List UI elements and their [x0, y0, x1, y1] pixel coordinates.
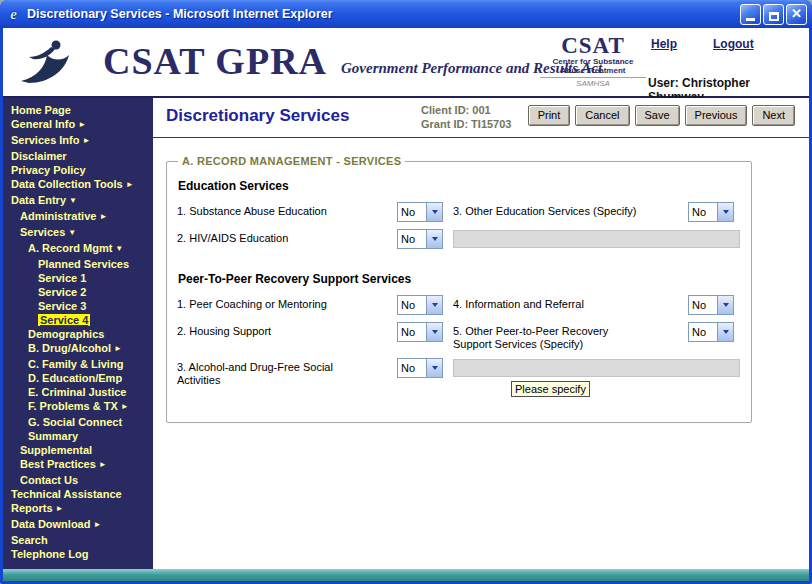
select-value: No — [398, 230, 426, 248]
chevron-right-icon: ► — [99, 212, 107, 221]
sidebar-item-privacy-policy[interactable]: Privacy Policy — [3, 163, 153, 177]
next-button[interactable]: Next — [752, 105, 795, 126]
sidebar-item-label: Services — [20, 226, 65, 238]
csat-seal-sub1: Center for Substance — [540, 57, 646, 66]
chevron-right-icon: ► — [82, 136, 90, 145]
sidebar-item-label: Best Practices — [20, 458, 96, 470]
save-button[interactable]: Save — [635, 105, 680, 126]
other-peer-services-select[interactable]: No — [688, 322, 734, 342]
sidebar-item-e-criminal-justice[interactable]: E. Criminal Justice — [3, 385, 153, 399]
sidebar-item-d-education-emp[interactable]: D. Education/Emp — [3, 371, 153, 385]
sidebar-item-service-2[interactable]: Service 2 — [3, 285, 153, 299]
substance-abuse-education-select[interactable]: No — [397, 202, 443, 222]
sidebar-item-label: F. Problems & TX — [28, 400, 118, 412]
sidebar-item-general-info[interactable]: General Info► — [3, 117, 153, 133]
header-links: Help Logout — [651, 37, 754, 51]
social-activities-label: 3. Alcohol-and Drug-Free Social Activiti… — [177, 358, 349, 387]
sidebar-item-label: Search — [11, 534, 48, 546]
cancel-button[interactable]: Cancel — [575, 105, 629, 126]
sidebar-item-demographics[interactable]: Demographics — [3, 327, 153, 341]
information-referral-select[interactable]: No — [688, 295, 734, 315]
sidebar-item-services[interactable]: Services▼ — [3, 225, 153, 241]
sidebar-item-supplemental[interactable]: Supplemental — [3, 443, 153, 457]
sidebar-item-search[interactable]: Search — [3, 533, 153, 547]
education-row-2: 2. HIV/AIDS Education No — [177, 229, 741, 249]
sidebar-item-data-collection-tools[interactable]: Data Collection Tools► — [3, 177, 153, 193]
sidebar-item-label: Telephone Log — [11, 548, 88, 560]
sidebar-item-label: C. Family & Living — [28, 358, 123, 370]
housing-support-select[interactable]: No — [397, 322, 443, 342]
form-area: A. RECORD MANAGEMENT - SERVICES Educatio… — [153, 138, 809, 423]
chevron-down-icon: ▼ — [115, 244, 123, 253]
sidebar-item-label: Technical Assistance — [11, 488, 122, 500]
close-button[interactable]: ✕ — [786, 4, 807, 25]
sidebar-item-b-drug-alcohol[interactable]: B. Drug/Alcohol► — [3, 341, 153, 357]
sidebar-item-service-4[interactable]: Service 4 — [3, 313, 153, 327]
substance-abuse-education-label: 1. Substance Abuse Education — [177, 202, 397, 218]
sidebar-item-f-problems-tx[interactable]: F. Problems & TX► — [3, 399, 153, 415]
sidebar-nav: Home PageGeneral Info►Services Info►Disc… — [3, 98, 153, 569]
help-link[interactable]: Help — [651, 37, 677, 51]
sidebar-item-label: General Info — [11, 118, 75, 130]
sidebar-item-label: Data Download — [11, 518, 90, 530]
sidebar-item-planned-services[interactable]: Planned Services — [3, 257, 153, 271]
chevron-down-icon: ▼ — [68, 228, 76, 237]
other-education-services-select[interactable]: No — [688, 202, 734, 222]
other-education-specify-input — [453, 230, 740, 248]
hhs-logo — [15, 33, 73, 95]
sidebar-item-best-practices[interactable]: Best Practices► — [3, 457, 153, 473]
social-activities-select[interactable]: No — [397, 358, 443, 378]
page-header: Discretionary Services Client ID: 001 Gr… — [153, 98, 809, 138]
sidebar-item-home-page[interactable]: Home Page — [3, 103, 153, 117]
sidebar-item-label: Demographics — [28, 328, 104, 340]
peer-coaching-select[interactable]: No — [397, 295, 443, 315]
internet-explorer-icon: e — [5, 6, 22, 23]
sidebar-item-label: Supplemental — [20, 444, 92, 456]
sidebar-item-label: Home Page — [11, 104, 71, 116]
sidebar-item-services-info[interactable]: Services Info► — [3, 133, 153, 149]
peer-row-3: 3. Alcohol-and Drug-Free Social Activiti… — [177, 358, 741, 387]
sidebar-item-g-social-connect[interactable]: G. Social Connect — [3, 415, 153, 429]
sidebar-item-technical-assistance[interactable]: Technical Assistance — [3, 487, 153, 501]
education-services-heading: Education Services — [178, 179, 741, 193]
csat-seal-sub2: Abuse Treatment — [540, 66, 646, 75]
fieldset-legend: A. RECORD MANAGEMENT - SERVICES — [178, 155, 405, 167]
window-controls: ✕ — [740, 4, 807, 25]
sidebar-item-contact-us[interactable]: Contact Us — [3, 473, 153, 487]
sidebar-item-data-entry[interactable]: Data Entry▼ — [3, 193, 153, 209]
select-value: No — [689, 296, 717, 314]
sidebar-item-label: Privacy Policy — [11, 164, 86, 176]
sidebar-item-label: Services Info — [11, 134, 79, 146]
sidebar-item-summary[interactable]: Summary — [3, 429, 153, 443]
sidebar-item-a-record-mgmt[interactable]: A. Record Mgmt▼ — [3, 241, 153, 257]
content-area: Home PageGeneral Info►Services Info►Disc… — [3, 98, 809, 569]
sidebar-item-label: Service 3 — [38, 300, 86, 312]
other-education-services-label: 3. Other Education Services (Specify) — [453, 202, 688, 218]
sidebar-item-label: Summary — [28, 430, 78, 442]
logout-link[interactable]: Logout — [713, 37, 754, 51]
sidebar-item-c-family-living[interactable]: C. Family & Living — [3, 357, 153, 371]
sidebar-item-data-download[interactable]: Data Download► — [3, 517, 153, 533]
sidebar-item-service-3[interactable]: Service 3 — [3, 299, 153, 313]
select-value: No — [689, 203, 717, 221]
sidebar-item-label: D. Education/Emp — [28, 372, 122, 384]
education-row-1: 1. Substance Abuse Education No 3. Other… — [177, 202, 741, 222]
sidebar-item-disclaimer[interactable]: Disclaimer — [3, 149, 153, 163]
dropdown-arrow-icon — [426, 296, 442, 314]
previous-button[interactable]: Previous — [685, 105, 748, 126]
window-titlebar[interactable]: e Discretionary Services - Microsoft Int… — [0, 0, 812, 28]
sidebar-item-reports[interactable]: Reports► — [3, 501, 153, 517]
sidebar-item-telephone-log[interactable]: Telephone Log — [3, 547, 153, 561]
hiv-aids-education-select[interactable]: No — [397, 229, 443, 249]
sidebar-item-service-1[interactable]: Service 1 — [3, 271, 153, 285]
sidebar-item-administrative[interactable]: Administrative► — [3, 209, 153, 225]
dropdown-arrow-icon — [717, 203, 733, 221]
client-id-label: Client ID: 001 — [421, 103, 511, 117]
other-peer-specify-input — [453, 359, 740, 377]
print-button[interactable]: Print — [528, 105, 571, 126]
minimize-icon — [746, 18, 755, 21]
close-icon: ✕ — [787, 5, 806, 23]
minimize-button[interactable] — [740, 4, 761, 25]
maximize-button[interactable] — [763, 4, 784, 25]
please-specify-tooltip: Please specify — [511, 381, 590, 397]
